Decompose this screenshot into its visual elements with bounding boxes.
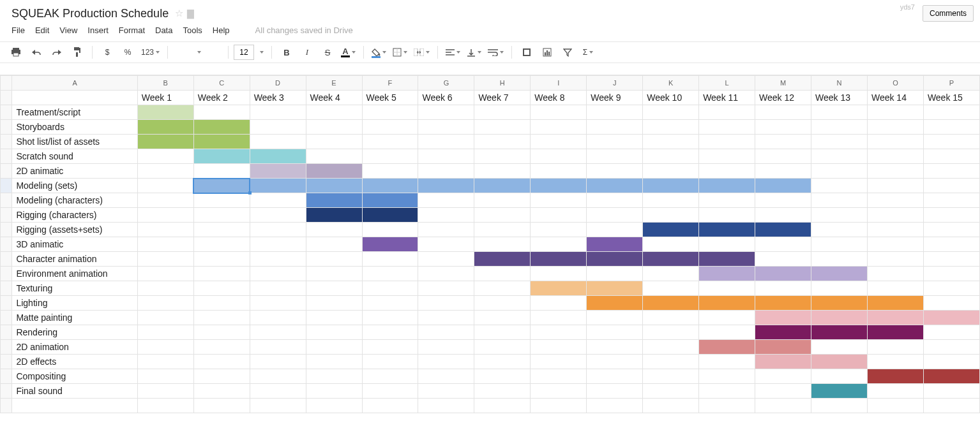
cell[interactable]	[867, 105, 923, 120]
merge-cells-button[interactable]	[411, 45, 432, 60]
more-number-formats-button[interactable]: 123	[139, 45, 162, 60]
cell[interactable]	[587, 325, 643, 340]
cell[interactable]	[587, 223, 643, 237]
folder-icon[interactable]: ▇	[187, 8, 194, 18]
cell[interactable]	[193, 223, 250, 237]
cell[interactable]	[362, 164, 418, 179]
cell[interactable]	[755, 384, 811, 399]
column-header[interactable]: L	[699, 76, 755, 91]
cell[interactable]: Week 12	[755, 91, 811, 105]
cell[interactable]	[867, 179, 923, 193]
select-all-corner[interactable]	[1, 76, 12, 91]
cell[interactable]	[531, 399, 587, 413]
menu-data[interactable]: Data	[155, 26, 172, 35]
cell[interactable]	[699, 237, 755, 252]
cell[interactable]: Week 6	[418, 91, 474, 105]
cell[interactable]: Week 15	[923, 91, 979, 105]
row-header[interactable]	[1, 340, 12, 355]
cell[interactable]	[193, 237, 250, 252]
cell[interactable]	[474, 340, 531, 355]
cell[interactable]	[643, 325, 699, 340]
cell[interactable]	[811, 208, 868, 223]
cell[interactable]	[643, 193, 699, 208]
task-name-cell[interactable]: Character animation	[12, 252, 137, 267]
text-wrap-button[interactable]	[485, 45, 506, 60]
cell[interactable]	[643, 208, 699, 223]
cell[interactable]	[811, 179, 868, 193]
cell[interactable]	[923, 399, 979, 413]
cell[interactable]	[755, 237, 811, 252]
vertical-align-button[interactable]	[464, 45, 484, 60]
cell[interactable]	[699, 340, 755, 355]
cell[interactable]	[923, 179, 979, 193]
cell[interactable]	[306, 325, 362, 340]
cell[interactable]	[923, 311, 979, 325]
cell[interactable]	[699, 164, 755, 179]
cell[interactable]	[531, 384, 587, 399]
cell[interactable]	[811, 296, 868, 311]
cell[interactable]	[250, 311, 306, 325]
cell[interactable]	[137, 281, 193, 296]
cell[interactable]	[923, 135, 979, 149]
cell[interactable]	[923, 105, 979, 120]
cell[interactable]	[306, 340, 362, 355]
cell[interactable]	[587, 208, 643, 223]
cell[interactable]	[362, 193, 418, 208]
task-name-cell[interactable]: Texturing	[12, 281, 137, 296]
cell[interactable]	[306, 193, 362, 208]
cell[interactable]: Week 4	[306, 91, 362, 105]
cell[interactable]	[193, 311, 250, 325]
cell[interactable]	[306, 311, 362, 325]
cell[interactable]	[587, 149, 643, 164]
cell[interactable]	[474, 208, 531, 223]
cell[interactable]	[250, 208, 306, 223]
cell[interactable]	[643, 164, 699, 179]
cell[interactable]	[867, 149, 923, 164]
task-name-cell[interactable]: Scratch sound	[12, 149, 137, 164]
cell[interactable]	[643, 384, 699, 399]
cell[interactable]	[643, 149, 699, 164]
cell[interactable]	[193, 164, 250, 179]
cell[interactable]	[250, 164, 306, 179]
cell[interactable]	[531, 179, 587, 193]
cell[interactable]: Week 10	[643, 91, 699, 105]
row-header[interactable]	[1, 149, 12, 164]
column-header[interactable]: M	[755, 76, 811, 91]
task-name-cell[interactable]: Final sound	[12, 384, 137, 399]
cell[interactable]	[699, 179, 755, 193]
cell[interactable]	[755, 311, 811, 325]
cell[interactable]	[306, 296, 362, 311]
column-header[interactable]: H	[474, 76, 531, 91]
cell[interactable]	[137, 267, 193, 281]
cell[interactable]	[474, 325, 531, 340]
borders-button[interactable]	[390, 45, 410, 60]
cell[interactable]	[587, 384, 643, 399]
cell[interactable]	[587, 105, 643, 120]
menu-insert[interactable]: Insert	[87, 26, 109, 35]
cell[interactable]	[811, 267, 868, 281]
menu-help[interactable]: Help	[213, 26, 230, 35]
cell[interactable]	[137, 252, 193, 267]
cell[interactable]	[643, 179, 699, 193]
cell[interactable]	[811, 252, 868, 267]
cell[interactable]	[531, 105, 587, 120]
cell[interactable]	[250, 267, 306, 281]
cell[interactable]	[362, 340, 418, 355]
task-name-cell[interactable]: Storyboards	[12, 120, 137, 135]
row-header[interactable]	[1, 267, 12, 281]
task-name-cell[interactable]: Shot list/list of assets	[12, 135, 137, 149]
cell[interactable]	[699, 281, 755, 296]
cell[interactable]	[306, 237, 362, 252]
font-family-dropdown[interactable]	[173, 45, 223, 60]
cell[interactable]	[699, 252, 755, 267]
cell[interactable]	[306, 369, 362, 384]
cell[interactable]	[474, 164, 531, 179]
redo-icon[interactable]	[47, 45, 66, 60]
cell[interactable]	[250, 120, 306, 135]
cell[interactable]	[867, 135, 923, 149]
cell[interactable]	[587, 252, 643, 267]
cell[interactable]: Week 1	[137, 91, 193, 105]
cell[interactable]	[755, 340, 811, 355]
cell[interactable]	[362, 237, 418, 252]
cell[interactable]	[811, 193, 868, 208]
